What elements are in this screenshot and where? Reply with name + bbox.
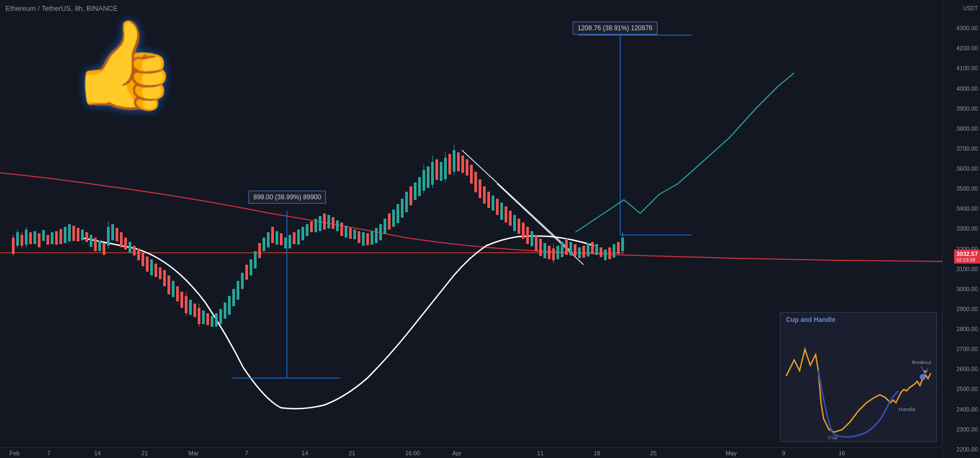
svg-rect-117 xyxy=(358,231,360,243)
price-2700: 2700.00 xyxy=(945,346,978,352)
svg-rect-41 xyxy=(42,230,45,241)
svg-rect-180 xyxy=(608,247,611,259)
chart-title: Ethereum / TetherUS, 8h, BINANCE xyxy=(5,4,118,12)
svg-rect-115 xyxy=(349,228,352,239)
price-2500: 2500.00 xyxy=(945,386,978,392)
svg-rect-48 xyxy=(72,226,75,241)
svg-rect-155 xyxy=(505,206,507,223)
price-3500: 3500.00 xyxy=(945,185,978,192)
usdt-label: USDT xyxy=(945,5,978,11)
svg-rect-174 xyxy=(582,246,585,258)
svg-text:Breakout: Breakout xyxy=(912,360,931,365)
svg-rect-94 xyxy=(258,243,261,258)
time-1600: 16:00 xyxy=(405,450,420,456)
svg-rect-159 xyxy=(522,223,525,239)
svg-rect-119 xyxy=(366,233,369,245)
time-25: 25 xyxy=(650,450,656,456)
svg-rect-77 xyxy=(189,300,192,315)
svg-rect-81 xyxy=(202,311,205,324)
svg-rect-168 xyxy=(556,246,559,259)
svg-rect-74 xyxy=(180,292,183,308)
svg-rect-62 xyxy=(129,242,131,253)
svg-rect-124 xyxy=(388,213,391,230)
svg-rect-162 xyxy=(535,235,538,251)
svg-rect-105 xyxy=(306,224,308,236)
svg-rect-179 xyxy=(604,250,607,260)
svg-rect-118 xyxy=(362,232,365,246)
svg-rect-90 xyxy=(241,273,244,289)
price-3900: 3900.00 xyxy=(945,105,978,112)
svg-rect-88 xyxy=(232,289,235,306)
svg-rect-64 xyxy=(137,248,140,260)
price-3300: 3300.00 xyxy=(945,225,978,232)
svg-rect-151 xyxy=(487,192,490,208)
svg-rect-85 xyxy=(219,309,222,324)
svg-rect-163 xyxy=(539,239,542,256)
svg-rect-82 xyxy=(206,313,209,325)
svg-rect-39 xyxy=(33,231,36,244)
svg-rect-177 xyxy=(595,244,598,255)
price-2900: 2900.00 xyxy=(945,306,978,312)
svg-rect-154 xyxy=(500,203,503,220)
price-3100: 3100.00 xyxy=(945,266,978,272)
price-2600: 2600.00 xyxy=(945,366,978,372)
svg-rect-175 xyxy=(587,243,589,257)
time-16: 16 xyxy=(838,450,845,456)
svg-rect-95 xyxy=(263,238,265,251)
svg-rect-176 xyxy=(591,242,594,254)
svg-rect-141 xyxy=(448,154,451,174)
svg-rect-128 xyxy=(405,192,408,212)
svg-rect-182 xyxy=(617,242,620,254)
svg-rect-146 xyxy=(466,159,468,176)
current-price-time: 02:23:28 xyxy=(956,257,978,262)
svg-rect-84 xyxy=(215,313,218,327)
svg-text:Cup: Cup xyxy=(828,434,838,440)
svg-rect-147 xyxy=(470,165,473,184)
svg-rect-114 xyxy=(345,226,347,238)
svg-rect-121 xyxy=(375,228,378,243)
time-14-1: 14 xyxy=(94,450,100,456)
annotation-box-2: 1208.76 (38.91%) 120876 xyxy=(573,22,657,35)
svg-rect-58 xyxy=(111,224,114,240)
chart-container: Ethereum / TetherUS, 8h, BINANCE xyxy=(0,0,980,458)
svg-rect-150 xyxy=(483,186,486,204)
svg-rect-160 xyxy=(526,227,529,244)
svg-rect-40 xyxy=(38,233,41,247)
cup-handle-svg: Cup Handle Breakout xyxy=(781,328,936,441)
price-4200: 4200.00 xyxy=(945,45,978,51)
svg-rect-96 xyxy=(267,232,270,247)
svg-rect-181 xyxy=(613,244,615,258)
current-price-badge: 3032.57 02:23:28 xyxy=(954,250,980,264)
svg-rect-100 xyxy=(284,238,287,248)
current-price-value: 3032.57 xyxy=(956,251,978,257)
svg-rect-83 xyxy=(211,316,213,327)
svg-rect-149 xyxy=(479,179,481,198)
svg-rect-153 xyxy=(496,199,499,215)
svg-rect-66 xyxy=(146,257,149,272)
svg-rect-164 xyxy=(543,243,546,258)
svg-rect-68 xyxy=(155,264,157,277)
svg-rect-107 xyxy=(314,219,317,232)
time-7-1: 7 xyxy=(47,450,50,456)
svg-rect-87 xyxy=(228,296,231,315)
svg-rect-102 xyxy=(293,232,296,244)
time-may: May xyxy=(726,450,737,456)
svg-rect-127 xyxy=(401,199,404,218)
svg-rect-122 xyxy=(379,224,382,240)
svg-rect-123 xyxy=(384,219,386,234)
svg-rect-116 xyxy=(353,230,356,239)
annotation-text-1: 899.00 (38.99%) 89900 xyxy=(253,193,321,201)
svg-rect-170 xyxy=(565,239,568,255)
svg-rect-71 xyxy=(167,275,170,294)
price-4300: 4300.00 xyxy=(945,25,978,31)
price-4000: 4000.00 xyxy=(945,85,978,92)
svg-rect-55 xyxy=(103,243,105,255)
svg-rect-171 xyxy=(569,242,572,255)
time-21-1: 21 xyxy=(142,450,148,456)
svg-rect-67 xyxy=(150,259,153,275)
svg-rect-125 xyxy=(392,210,395,227)
price-3800: 3800.00 xyxy=(945,125,978,132)
annotation-text-2: 1208.76 (38.91%) 120876 xyxy=(578,24,653,32)
svg-rect-89 xyxy=(237,281,239,300)
svg-rect-99 xyxy=(280,233,283,245)
